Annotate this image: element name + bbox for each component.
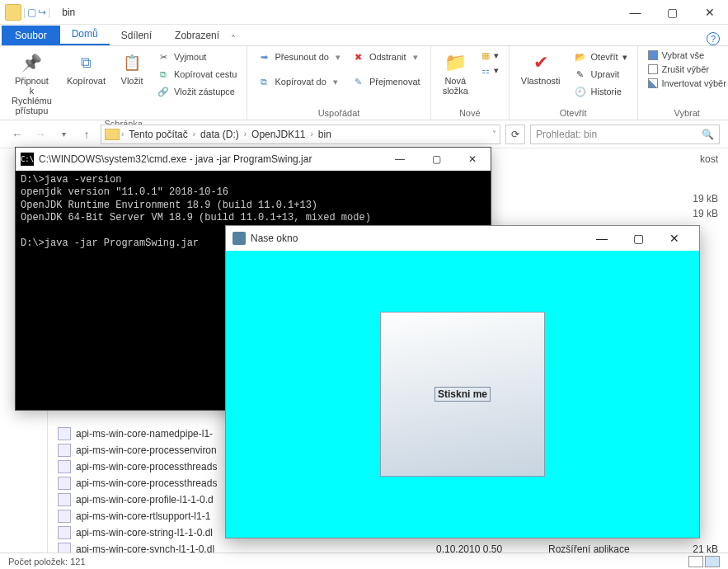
- swing-button-label: Stiskni me: [434, 387, 491, 402]
- cut-button[interactable]: Vyjmout: [155, 49, 238, 64]
- explorer-titlebar: | ▢ ↪ | bin — ▢ ✕: [0, 0, 728, 25]
- separator: |: [23, 7, 26, 18]
- view-details-button[interactable]: [688, 556, 703, 567]
- cmd-icon: C:\: [21, 153, 34, 166]
- chevron-down-icon: ▾: [494, 50, 499, 61]
- chevron-down-icon: ▾: [413, 52, 418, 63]
- file-icon: [58, 477, 71, 490]
- maximize-button[interactable]: ▢: [654, 0, 691, 25]
- separator: |: [48, 7, 50, 18]
- checkbox-icon: [648, 78, 658, 88]
- swing-title: Nase okno: [251, 233, 298, 244]
- select-none-button[interactable]: Zrušit výběr: [646, 63, 728, 75]
- file-icon: [58, 510, 71, 523]
- edit-button[interactable]: Upravit: [572, 67, 629, 82]
- group-label: Uspořádat: [256, 106, 421, 118]
- cmd-minimize-button[interactable]: —: [382, 148, 418, 171]
- paste-shortcut-button[interactable]: Vložit zástupce: [155, 84, 238, 99]
- select-all-label: Vybrat vše: [662, 50, 705, 60]
- file-name: api-ms-win-core-synch-l1-1-0.dl: [76, 543, 431, 553]
- chevron-down-icon[interactable]: ˅: [492, 129, 496, 139]
- swing-minimize-button[interactable]: —: [584, 227, 620, 250]
- new-folder-label: Nová složka: [443, 76, 468, 96]
- checkbox-icon: [648, 50, 658, 60]
- cmd-titlebar[interactable]: C:\ C:\WINDOWS\system32\cmd.exe - java -…: [16, 148, 491, 171]
- group-label: Vybrat: [646, 106, 728, 118]
- swing-maximize-button[interactable]: ▢: [620, 227, 656, 250]
- cmd-close-button[interactable]: ✕: [454, 148, 491, 171]
- address-row: ← → ▾ ↑ › Tento počítač › data (D:) › Op…: [0, 120, 728, 148]
- search-icon: 🔍: [702, 129, 714, 140]
- copy-path-label: Kopírovat cestu: [174, 69, 237, 79]
- copy-to-button[interactable]: Kopírovat do▾: [256, 74, 341, 89]
- file-date: 0.10.2010 0.50: [436, 543, 543, 553]
- minimize-button[interactable]: —: [617, 0, 654, 25]
- status-bar: Počet položek: 121: [0, 553, 728, 569]
- copy-path-button[interactable]: Kopírovat cestu: [155, 67, 238, 82]
- search-input[interactable]: Prohledat: bin 🔍: [530, 125, 720, 144]
- new-folder-button[interactable]: Nová složka: [439, 49, 472, 97]
- rename-button[interactable]: Přejmenovat: [350, 74, 422, 89]
- ribbon-collapse-icon[interactable]: ˄: [231, 34, 236, 45]
- swing-titlebar[interactable]: Nase okno — ▢ ✕: [226, 226, 699, 251]
- move-to-button[interactable]: Přesunout do▾: [256, 49, 341, 64]
- close-button[interactable]: ✕: [691, 0, 728, 25]
- copy-label: Kopírovat: [67, 76, 106, 86]
- invert-selection-button[interactable]: Invertovat výběr: [646, 78, 728, 89]
- tab-home[interactable]: Domů: [60, 24, 110, 45]
- swing-window: Nase okno — ▢ ✕ Stiskni me: [225, 225, 700, 538]
- properties-icon: [529, 51, 552, 74]
- ribbon: Připnout k Rychlému přístupu Kopírovat V…: [0, 46, 728, 120]
- breadcrumb-segment[interactable]: data (D:): [197, 129, 242, 140]
- group-label: Nové: [439, 106, 500, 118]
- paste-button[interactable]: Vložit: [117, 49, 147, 87]
- history-button[interactable]: Historie: [572, 84, 629, 99]
- tab-file[interactable]: Soubor: [2, 26, 60, 45]
- breadcrumb-segment[interactable]: bin: [315, 129, 335, 140]
- file-icon: [58, 526, 71, 539]
- swing-close-button[interactable]: ✕: [656, 227, 693, 250]
- open-button[interactable]: Otevřít▾: [572, 49, 629, 64]
- help-icon[interactable]: ?: [707, 32, 720, 45]
- ribbon-group-new: Nová složka ▦▾ ⚏▾ Nové: [431, 46, 510, 120]
- cut-icon: [157, 50, 170, 63]
- swing-button[interactable]: Stiskni me: [380, 312, 545, 477]
- tab-view[interactable]: Zobrazení: [163, 26, 231, 45]
- pin-label: Připnout k Rychlému přístupu: [12, 76, 52, 115]
- select-all-button[interactable]: Vybrat vše: [646, 49, 728, 61]
- save-icon[interactable]: ▢: [27, 7, 36, 18]
- breadcrumb-segment[interactable]: Tento počítač: [125, 129, 190, 140]
- nav-forward-button[interactable]: →: [31, 125, 49, 143]
- properties-button[interactable]: Vlastnosti: [518, 49, 564, 87]
- column-partial: kost: [700, 153, 718, 165]
- copy-button[interactable]: Kopírovat: [63, 49, 109, 87]
- nav-back-button[interactable]: ←: [8, 125, 26, 143]
- nav-up-button[interactable]: ↑: [77, 125, 96, 143]
- ribbon-group-select: Vybrat vše Zrušit výběr Invertovat výběr…: [638, 46, 728, 120]
- delete-button[interactable]: Odstranit▾: [350, 49, 422, 64]
- file-size: 21 kB: [660, 543, 718, 553]
- select-none-label: Zrušit výběr: [662, 64, 709, 74]
- checkbox-icon: [648, 64, 658, 74]
- refresh-button[interactable]: ⟳: [505, 125, 525, 144]
- new-item-button[interactable]: ▦▾: [480, 49, 500, 62]
- history-label: Historie: [591, 87, 622, 96]
- file-icon: [58, 427, 71, 440]
- address-bar[interactable]: › Tento počítač › data (D:) › OpenJDK11 …: [101, 125, 500, 144]
- file-icon: [58, 493, 71, 506]
- nav-recent-button[interactable]: ▾: [54, 125, 73, 143]
- file-row[interactable]: api-ms-win-core-synch-l1-1-0.dl0.10.2010…: [58, 541, 718, 553]
- pin-button[interactable]: Připnout k Rychlému přístupu: [8, 49, 55, 117]
- file-icon: [58, 460, 71, 473]
- chevron-right-icon: ›: [193, 129, 195, 139]
- easy-access-button[interactable]: ⚏▾: [480, 64, 500, 77]
- breadcrumb-segment[interactable]: OpenJDK11: [248, 129, 308, 140]
- redo-icon[interactable]: ↪: [38, 7, 46, 18]
- swing-content: Stiskni me: [226, 251, 699, 538]
- view-icons-button[interactable]: [705, 556, 720, 567]
- window-controls: — ▢ ✕: [617, 0, 728, 25]
- tab-share[interactable]: Sdílení: [110, 26, 163, 45]
- chevron-down-icon: ▾: [494, 65, 499, 76]
- chevron-down-icon: ▾: [333, 77, 338, 87]
- cmd-maximize-button[interactable]: ▢: [418, 148, 454, 171]
